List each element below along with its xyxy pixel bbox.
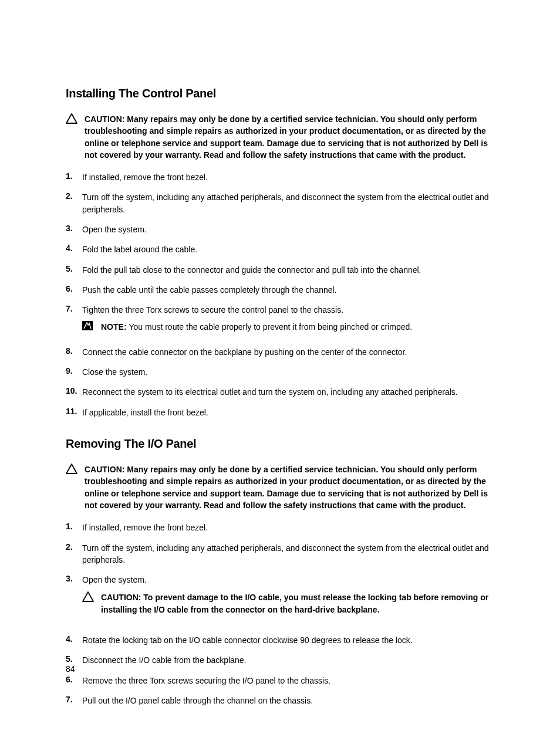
step-item: 4. Fold the label around the cable. bbox=[66, 244, 496, 255]
caution-block-nested: CAUTION: To prevent damage to the I/O ca… bbox=[82, 591, 496, 616]
step-number: 1. bbox=[66, 171, 82, 181]
step-text: If installed, remove the front bezel. bbox=[82, 522, 496, 533]
step-item: 1. If installed, remove the front bezel. bbox=[66, 522, 496, 533]
caution-block: CAUTION: Many repairs may only be done b… bbox=[66, 464, 496, 511]
step-item: 4. Rotate the locking tab on the I/O cab… bbox=[66, 634, 496, 646]
step-number: 10. bbox=[66, 386, 82, 395]
step-item: 5. Fold the pull tab close to the connec… bbox=[66, 264, 496, 276]
steps-list-installing: 1. If installed, remove the front bezel.… bbox=[66, 171, 496, 418]
step-text: Turn off the system, including any attac… bbox=[82, 542, 496, 566]
step-text: Tighten the three Torx screws to secure … bbox=[82, 304, 496, 316]
caution-text: CAUTION: Many repairs may only be done b… bbox=[85, 464, 496, 511]
section-heading-removing: Removing The I/O Panel bbox=[66, 437, 496, 451]
step-item: 1. If installed, remove the front bezel. bbox=[66, 171, 496, 183]
note-block: NOTE: You must route the cable properly … bbox=[82, 321, 496, 333]
steps-list-removing: 1. If installed, remove the front bezel.… bbox=[66, 522, 496, 706]
step-text: Push the cable until the cable passes co… bbox=[82, 284, 496, 296]
note-icon bbox=[82, 321, 99, 333]
step-item: 5. Disconnect the I/O cable from the bac… bbox=[66, 654, 496, 666]
note-body: You must route the cable properly to pre… bbox=[129, 322, 412, 332]
step-item: 2. Turn off the system, including any at… bbox=[66, 191, 496, 215]
step-number: 1. bbox=[66, 522, 82, 531]
step-item: 11. If applicable, install the front bez… bbox=[66, 407, 496, 418]
step-text: Open the system. bbox=[82, 224, 496, 235]
step-item: 7. Pull out the I/O panel cable through … bbox=[66, 695, 496, 706]
step-number: 7. bbox=[66, 304, 82, 313]
step-item: 3. Open the system. bbox=[66, 224, 496, 235]
step-number: 8. bbox=[66, 346, 82, 356]
caution-text: CAUTION: To prevent damage to the I/O ca… bbox=[101, 591, 496, 616]
step-number: 2. bbox=[66, 191, 82, 201]
step-number: 11. bbox=[66, 407, 82, 416]
caution-triangle-icon bbox=[82, 591, 99, 605]
page-number: 84 bbox=[66, 664, 75, 674]
step-text: Pull out the I/O panel cable through the… bbox=[82, 695, 496, 706]
step-item: 3. Open the system. CAUTION: To prevent … bbox=[66, 574, 496, 626]
step-item: 9. Close the system. bbox=[66, 366, 496, 378]
step-body: Tighten the three Torx screws to secure … bbox=[82, 304, 496, 338]
note-text: NOTE: You must route the cable properly … bbox=[101, 321, 412, 333]
step-text: Remove the three Torx screws securing th… bbox=[82, 675, 496, 686]
step-number: 3. bbox=[66, 574, 82, 583]
step-number: 5. bbox=[66, 264, 82, 273]
caution-text: CAUTION: Many repairs may only be done b… bbox=[85, 113, 496, 161]
step-number: 6. bbox=[66, 675, 82, 684]
step-item: 6. Remove the three Torx screws securing… bbox=[66, 675, 496, 686]
step-item: 2. Turn off the system, including any at… bbox=[66, 542, 496, 566]
step-text: Turn off the system, including any attac… bbox=[82, 191, 496, 215]
step-number: 9. bbox=[66, 366, 82, 376]
step-body: Open the system. CAUTION: To prevent dam… bbox=[82, 574, 496, 626]
step-number: 6. bbox=[66, 284, 82, 293]
step-text: Connect the cable connector on the backp… bbox=[82, 346, 496, 358]
step-number: 7. bbox=[66, 695, 82, 704]
step-text: Close the system. bbox=[82, 366, 496, 378]
step-number: 5. bbox=[66, 654, 82, 664]
step-text: Reconnect the system to its electrical o… bbox=[82, 386, 496, 398]
caution-block: CAUTION: Many repairs may only be done b… bbox=[66, 113, 496, 161]
step-item: 7. Tighten the three Torx screws to secu… bbox=[66, 304, 496, 338]
step-text: If applicable, install the front bezel. bbox=[82, 407, 496, 418]
step-text: Fold the pull tab close to the connector… bbox=[82, 264, 496, 276]
step-item: 8. Connect the cable connector on the ba… bbox=[66, 346, 496, 358]
caution-triangle-icon bbox=[66, 113, 82, 126]
step-text: Rotate the locking tab on the I/O cable … bbox=[82, 634, 496, 646]
step-item: 10. Reconnect the system to its electric… bbox=[66, 386, 496, 398]
step-text: Fold the label around the cable. bbox=[82, 244, 496, 255]
step-text: Disconnect the I/O cable from the backpl… bbox=[82, 654, 496, 666]
caution-triangle-icon bbox=[66, 464, 82, 476]
step-text: If installed, remove the front bezel. bbox=[82, 171, 496, 183]
step-number: 3. bbox=[66, 224, 82, 233]
step-number: 4. bbox=[66, 244, 82, 253]
note-label: NOTE: bbox=[101, 322, 129, 332]
step-number: 2. bbox=[66, 542, 82, 552]
step-number: 4. bbox=[66, 634, 82, 644]
section-heading-installing: Installing The Control Panel bbox=[66, 87, 496, 100]
step-text: Open the system. bbox=[82, 574, 496, 586]
step-item: 6. Push the cable until the cable passes… bbox=[66, 284, 496, 296]
svg-rect-0 bbox=[82, 321, 93, 330]
